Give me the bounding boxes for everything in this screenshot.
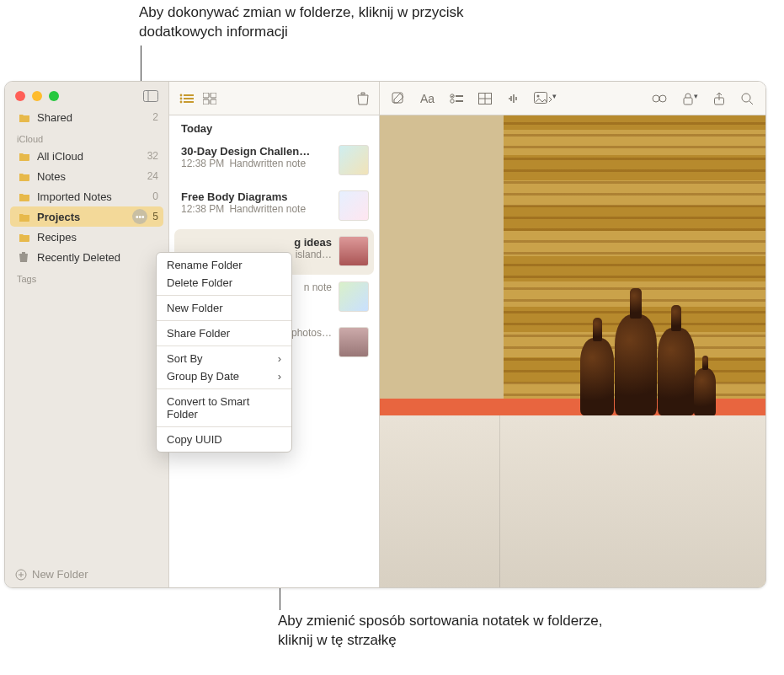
table-icon[interactable] xyxy=(478,93,492,104)
checklist-icon[interactable] xyxy=(450,93,463,104)
note-content-image xyxy=(380,115,765,587)
note-thumbnail xyxy=(339,281,369,312)
svg-point-4 xyxy=(180,97,183,99)
svg-rect-7 xyxy=(184,98,194,99)
note-title: Free Body Diagrams xyxy=(181,190,332,203)
svg-rect-0 xyxy=(144,91,158,102)
folder-context-menu: Rename Folder Delete Folder New Folder S… xyxy=(156,252,292,453)
menu-separator xyxy=(157,320,291,321)
menu-item-share[interactable]: Share Folder xyxy=(157,324,291,342)
svg-point-24 xyxy=(659,95,666,102)
shared-folder-icon xyxy=(19,112,32,122)
note-sub: Handwritten note xyxy=(229,158,306,169)
sidebar-item-count: 32 xyxy=(147,150,158,162)
sidebar-item-count: 2 xyxy=(152,111,158,123)
note-thumbnail xyxy=(339,327,369,357)
sidebar-item-notes[interactable]: Notes 24 xyxy=(5,166,168,186)
chevron-right-icon: › xyxy=(278,352,281,365)
callout-top: Aby dokonywać zmian w folderze, kliknij … xyxy=(139,3,509,42)
sidebar: Shared 2 iCloud All iCloud 32 Notes 24 I… xyxy=(5,82,169,587)
format-text-icon[interactable]: Aa xyxy=(420,92,435,105)
sidebar-item-count: 5 xyxy=(152,211,158,222)
sidebar-item-shared[interactable]: Shared 2 xyxy=(5,107,168,127)
svg-rect-25 xyxy=(684,98,692,104)
svg-point-5 xyxy=(180,100,183,103)
link-icon[interactable] xyxy=(652,94,667,104)
menu-item-convert-smart[interactable]: Convert to Smart Folder xyxy=(157,393,291,423)
sidebar-item-imported[interactable]: Imported Notes 0 xyxy=(5,186,168,206)
media-icon[interactable]: ▾ xyxy=(534,92,557,105)
menu-item-copy-uuid[interactable]: Copy UUID xyxy=(157,431,291,448)
share-icon[interactable] xyxy=(713,92,725,105)
editor-toolbar: Aa ▾ ▾ xyxy=(380,82,765,115)
sidebar-item-projects[interactable]: Projects ••• 5 xyxy=(10,206,163,227)
note-editor: Aa ▾ ▾ xyxy=(380,82,765,587)
note-time: 12:38 PM xyxy=(181,158,224,169)
svg-point-23 xyxy=(653,95,659,102)
note-title: g ideas xyxy=(181,236,332,249)
menu-separator xyxy=(157,426,291,427)
new-folder-button[interactable]: New Folder xyxy=(5,561,168,587)
chevron-right-icon: › xyxy=(278,370,281,383)
list-toolbar xyxy=(169,82,379,115)
sidebar-item-label: Shared xyxy=(37,111,152,124)
menu-separator xyxy=(157,388,291,389)
note-sub: island… xyxy=(296,249,332,260)
grid-view-icon[interactable] xyxy=(203,93,216,104)
note-thumbnail xyxy=(339,190,369,221)
search-icon[interactable] xyxy=(740,92,754,105)
menu-item-rename[interactable]: Rename Folder xyxy=(157,256,291,274)
menu-item-sort-by[interactable]: Sort By› xyxy=(157,350,291,367)
svg-point-3 xyxy=(180,94,183,96)
menu-separator xyxy=(157,346,291,346)
note-time: 12:38 PM xyxy=(181,203,224,215)
folder-icon xyxy=(19,171,32,181)
folder-icon xyxy=(19,212,32,222)
sidebar-item-label: Projects xyxy=(37,211,132,223)
svg-rect-16 xyxy=(456,100,463,102)
sidebar-item-all-icloud[interactable]: All iCloud 32 xyxy=(5,146,168,166)
svg-rect-9 xyxy=(203,93,209,98)
zoom-window-button[interactable] xyxy=(49,91,59,101)
folder-icon xyxy=(19,151,32,161)
compose-icon[interactable] xyxy=(392,92,405,105)
lock-icon[interactable]: ▾ xyxy=(682,92,698,105)
sidebar-item-recently-deleted[interactable]: Recently Deleted xyxy=(5,247,168,267)
menu-item-new-folder[interactable]: New Folder xyxy=(157,299,291,317)
svg-point-22 xyxy=(537,94,540,97)
svg-rect-8 xyxy=(184,101,194,103)
minimize-window-button[interactable] xyxy=(32,91,42,101)
sidebar-item-count: 24 xyxy=(147,170,158,182)
menu-item-group-by-date[interactable]: Group By Date› xyxy=(157,367,291,385)
note-thumbnail xyxy=(339,236,369,266)
list-item[interactable]: Free Body Diagrams 12:38 PMHandwritten n… xyxy=(169,184,379,229)
window-traffic-lights xyxy=(5,82,168,107)
more-options-button[interactable]: ••• xyxy=(132,209,147,224)
note-sub: photos… xyxy=(291,327,332,339)
folder-icon xyxy=(19,191,32,201)
note-sub: Handwritten note xyxy=(229,203,306,215)
sidebar-item-count: 0 xyxy=(152,190,158,202)
svg-rect-11 xyxy=(203,99,209,104)
svg-rect-12 xyxy=(211,99,216,104)
list-date-header: Today xyxy=(169,115,379,138)
folder-icon xyxy=(19,232,32,242)
sidebar-item-label: Recipes xyxy=(37,231,158,244)
callout-bottom: Aby zmienić sposób sortowania notatek w … xyxy=(278,612,640,651)
plus-circle-icon xyxy=(15,569,27,581)
sidebar-item-label: Recently Deleted xyxy=(37,251,158,264)
note-thumbnail xyxy=(339,145,369,175)
svg-rect-6 xyxy=(184,94,194,96)
sidebar-item-label: Notes xyxy=(37,170,147,183)
audio-icon[interactable] xyxy=(507,92,519,105)
list-view-icon[interactable] xyxy=(179,93,195,104)
list-item[interactable]: 30-Day Design Challen… 12:38 PMHandwritt… xyxy=(169,138,379,184)
close-window-button[interactable] xyxy=(15,91,25,101)
sidebar-item-label: Imported Notes xyxy=(37,190,152,203)
menu-item-delete[interactable]: Delete Folder xyxy=(157,274,291,292)
sidebar-item-label: All iCloud xyxy=(37,150,147,163)
note-sub: n note xyxy=(304,281,332,293)
sidebar-item-recipes[interactable]: Recipes xyxy=(5,227,168,247)
delete-note-icon[interactable] xyxy=(357,92,369,105)
sidebar-toggle-icon[interactable] xyxy=(143,90,158,102)
